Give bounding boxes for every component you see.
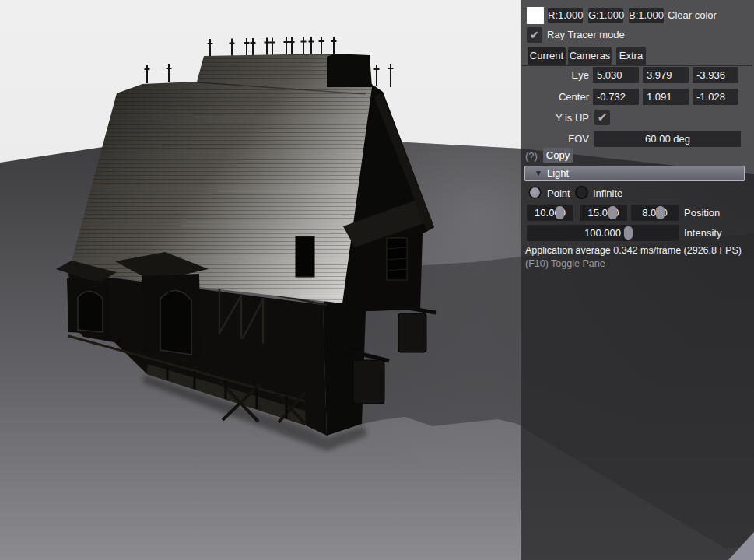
position-z-value: 8.000 [631,205,679,221]
slider-handle[interactable] [656,206,665,219]
position-x-value: 10.000 [527,205,573,221]
point-radio[interactable] [528,186,542,199]
fps-status: Application average 0.342 ms/frame (2926… [525,245,742,256]
y-up-label: Y is UP [521,110,589,126]
position-y-slider[interactable]: 15.000 [580,205,627,221]
collapse-triangle-icon[interactable]: ▼ [535,169,542,177]
position-x-slider[interactable]: 10.000 [527,205,573,221]
light-group-title: Light [547,167,569,180]
check-icon: ✔ [530,28,540,41]
help-icon[interactable]: (?) [525,149,538,164]
application-window: { "scene": { "colors": { "sky": "#ededee… [0,0,754,560]
color-swatch[interactable] [527,7,544,24]
intensity-slider[interactable]: 100.000 [527,225,679,241]
eye-z-field[interactable]: -3.936 [693,67,738,83]
clear-color-label: Clear color [668,8,717,23]
toggle-pane-hint: (F10) Toggle Pane [525,258,605,269]
center-x-field[interactable]: -0.732 [593,89,639,105]
eye-x-field[interactable]: 5.030 [593,67,639,83]
center-z-field[interactable]: -1.028 [693,89,738,105]
ray-tracer-checkbox[interactable]: ✔ [527,27,542,43]
y-up-checkbox[interactable]: ✔ [594,110,610,125]
intensity-value: 100.000 [527,225,679,241]
slider-handle[interactable] [608,206,617,219]
tab-separator [522,65,752,66]
tab-current[interactable]: Current [528,47,566,65]
center-y-field[interactable]: 1.091 [643,89,689,105]
tab-cameras[interactable]: Cameras [568,47,612,65]
slider-handle[interactable] [556,206,564,219]
point-label: Point [547,186,570,201]
center-label: Center [521,89,589,105]
intensity-label: Intensity [684,225,721,241]
check-icon: ✔ [598,110,608,124]
copy-button[interactable]: Copy [543,148,573,163]
infinite-radio[interactable] [575,186,588,199]
tab-extra[interactable]: Extra [616,47,646,65]
slider-handle[interactable] [624,226,633,240]
eye-label: Eye [521,67,589,83]
fov-field[interactable]: 60.00 deg [594,131,741,147]
position-y-value: 15.000 [580,205,627,221]
green-value-button[interactable]: G:1.000 [588,8,623,23]
light-group-header[interactable]: ▼ Light [524,166,745,181]
position-z-slider[interactable]: 8.000 [631,205,679,221]
blue-value-button[interactable]: B:1.000 [629,8,664,23]
tweakbar-panel: R:1.000 G:1.000 B:1.000 Clear color ✔ Ra… [521,0,754,560]
red-value-button[interactable]: R:1.000 [548,8,583,23]
infinite-label: Infinite [593,186,622,201]
position-label: Position [684,205,720,221]
fov-label: FOV [521,131,589,147]
ray-tracer-label: Ray Tracer mode [547,27,625,43]
eye-y-field[interactable]: 3.979 [643,67,689,83]
